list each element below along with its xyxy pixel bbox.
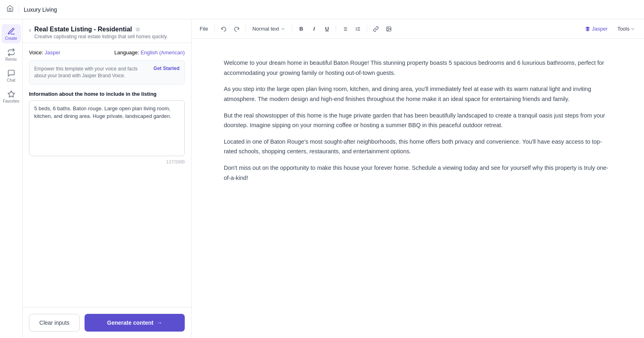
panel-star-icon[interactable]: ☆ — [135, 26, 140, 33]
panel-title: Real Estate Listing - Residential ☆ — [34, 26, 185, 33]
toolbar-divider-1 — [215, 25, 215, 33]
field-label: Information about the home to include in… — [29, 91, 185, 97]
create-icon — [7, 27, 15, 35]
generate-content-button[interactable]: Generate content → — [85, 314, 185, 332]
app-title: Luxury Living — [24, 6, 57, 13]
voice-lang-row: Voice: Jasper Language: English (America… — [29, 49, 185, 56]
toolbar-divider-2 — [246, 25, 246, 33]
brand-voice-box: Empower this template with your voice an… — [29, 60, 185, 84]
char-count: 117/1500 — [29, 159, 185, 164]
voice-label: Voice: Jasper — [29, 49, 60, 56]
nav-label-remix: Remix — [5, 57, 17, 62]
panel-footer: Clear inputs Generate content → — [23, 307, 191, 338]
main-layout: Create Remix Chat Favorites ‹ R — [0, 19, 644, 338]
svg-point-11 — [388, 28, 389, 29]
nav-item-favorites[interactable]: Favorites — [2, 87, 21, 106]
nav-item-remix[interactable]: Remix — [2, 45, 21, 64]
tools-button[interactable]: Tools — [613, 24, 639, 33]
brand-voice-text: Empower this template with your voice an… — [34, 66, 150, 79]
language-label: Language: English (American) — [114, 49, 185, 56]
arrow-icon: → — [157, 319, 162, 326]
home-icon[interactable] — [6, 5, 14, 14]
undo-button[interactable] — [218, 23, 229, 35]
panel-back-button[interactable]: ‹ — [29, 27, 31, 34]
top-bar: Luxury Living — [0, 0, 644, 19]
redo-button[interactable] — [231, 23, 242, 35]
ordered-list-button[interactable] — [352, 23, 363, 35]
bullet-list-button[interactable] — [339, 23, 351, 35]
language-link[interactable]: English (American) — [140, 49, 185, 56]
chat-icon — [7, 69, 15, 77]
panel-content: Voice: Jasper Language: English (America… — [23, 43, 191, 307]
italic-button[interactable]: I — [308, 23, 320, 35]
voice-link[interactable]: Jasper — [45, 49, 60, 56]
editor-area: File Normal text B I U — [192, 19, 644, 338]
editor-content[interactable]: Welcome to your dream home in beautiful … — [192, 39, 644, 338]
toolbar-divider-3 — [292, 25, 292, 33]
link-button[interactable] — [370, 23, 382, 35]
editor-toolbar: File Normal text B I U — [192, 19, 644, 39]
panel-subtitle: Creative captivating real estate listing… — [34, 34, 185, 39]
nav-item-chat[interactable]: Chat — [2, 66, 21, 85]
nav-item-create[interactable]: Create — [2, 24, 21, 43]
listing-info-textarea[interactable] — [29, 100, 185, 156]
clear-inputs-button[interactable]: Clear inputs — [29, 314, 80, 332]
get-started-link[interactable]: Get Started — [153, 66, 180, 71]
jasper-button[interactable]: Jasper — [581, 24, 612, 33]
panel-header: ‹ Real Estate Listing - Residential ☆ Cr… — [23, 19, 191, 43]
remix-icon — [7, 48, 15, 56]
favorites-icon — [7, 90, 15, 98]
nav-label-favorites: Favorites — [3, 99, 19, 103]
nav-label-create: Create — [5, 36, 17, 41]
text-style-dropdown[interactable]: Normal text — [249, 24, 289, 33]
left-nav: Create Remix Chat Favorites — [0, 19, 23, 338]
nav-label-chat: Chat — [7, 78, 15, 82]
panel-title-block: Real Estate Listing - Residential ☆ Crea… — [34, 26, 185, 39]
toolbar-divider-5 — [367, 25, 367, 33]
file-button[interactable]: File — [196, 23, 211, 35]
top-divider — [19, 6, 19, 14]
underline-button[interactable]: U — [321, 23, 332, 35]
bold-button[interactable]: B — [295, 23, 307, 35]
toolbar-divider-4 — [336, 25, 336, 33]
side-panel: ‹ Real Estate Listing - Residential ☆ Cr… — [23, 19, 192, 338]
svg-marker-0 — [8, 91, 14, 97]
image-button[interactable] — [383, 23, 394, 35]
